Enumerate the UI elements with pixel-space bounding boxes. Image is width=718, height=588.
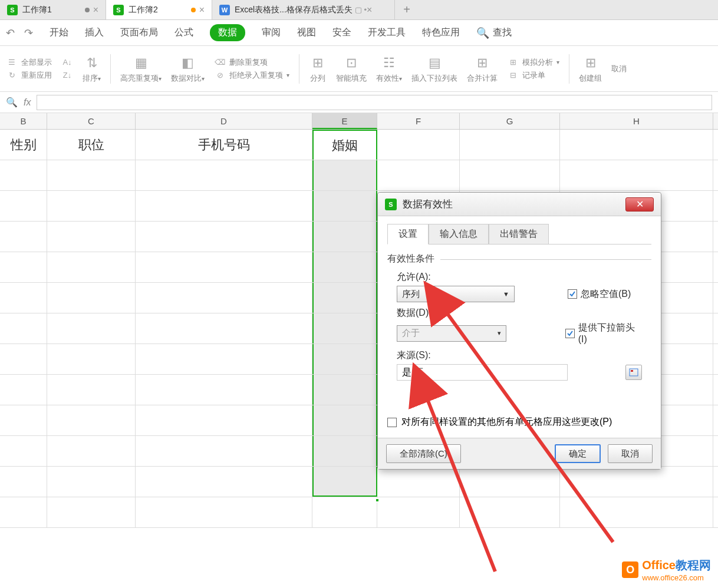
col-header-e[interactable]: E — [312, 113, 377, 129]
menu-security[interactable]: 安全 — [332, 27, 351, 39]
cell[interactable]: 婚姻 — [312, 130, 377, 160]
cell[interactable] — [460, 130, 560, 160]
watermark: O Office教程网 www.office26.com — [622, 557, 711, 582]
cell[interactable] — [377, 130, 460, 160]
data-header-row: 性别 职位 手机号码 婚姻 — [0, 130, 718, 160]
split-label: 分列 — [310, 73, 325, 84]
formula-bar: 🔍 fx — [0, 92, 718, 113]
source-input[interactable]: 是,否 — [397, 364, 568, 381]
selection-handle[interactable] — [375, 498, 380, 503]
menu-dev[interactable]: 开发工具 — [368, 27, 406, 39]
smartfill-icon: ⊡ — [342, 54, 360, 72]
table-row — [0, 497, 718, 528]
compare-label: 数据对比 — [171, 74, 202, 82]
highlight-icon: ▦ — [132, 54, 150, 72]
ribbon-split[interactable]: ⊞ 分列 — [309, 54, 327, 84]
allow-combo[interactable]: 序列 ▼ — [397, 286, 515, 302]
search-group[interactable]: 🔍 查找 — [476, 27, 512, 39]
formula-input[interactable] — [37, 95, 712, 110]
brand-text2: 教程网 — [676, 559, 711, 572]
tab-error-alert[interactable]: 出错警告 — [489, 224, 549, 245]
tab-workbook2[interactable]: S 工作簿2 × — [106, 0, 212, 19]
data-validation-dialog: S 数据有效性 ✕ 设置 输入信息 出错警告 有效性条件 允许(A): 序列 ▼… — [377, 192, 661, 470]
close-icon[interactable]: × — [367, 5, 372, 15]
ribbon-validity[interactable]: ☷ 有效性▾ — [376, 54, 402, 84]
cell[interactable]: 性别 — [0, 130, 47, 160]
fx-icon[interactable]: fx — [24, 97, 31, 108]
table-row — [0, 160, 718, 191]
ribbon-smartfill[interactable]: ⊡ 智能填充 — [336, 54, 367, 84]
ribbon-ungroup[interactable]: 取消 — [611, 64, 627, 74]
quick-access: ↶ ↷ — [6, 27, 33, 39]
validity-icon: ☷ — [380, 54, 398, 72]
col-header-b[interactable]: B — [0, 113, 47, 129]
cancel-button[interactable]: 取消 — [608, 444, 653, 463]
ignore-blank-checkbox[interactable]: 忽略空值(B) — [568, 288, 631, 300]
cell[interactable] — [560, 130, 713, 160]
ok-button[interactable]: 确定 — [555, 444, 601, 463]
chevron-down-icon: ▾ — [498, 329, 501, 337]
apply-all-row[interactable]: 对所有同样设置的其他所有单元格应用这些更改(P) — [387, 416, 651, 428]
col-header-f[interactable]: F — [377, 113, 460, 129]
ribbon-highlight-dup[interactable]: ▦ 高亮重复项▾ — [120, 54, 162, 84]
sort-label: 排序 — [83, 74, 98, 82]
ribbon-group-create[interactable]: ⊞ 创建组 — [579, 54, 602, 84]
col-header-c[interactable]: C — [47, 113, 136, 129]
smartfill-label: 智能填充 — [336, 73, 367, 84]
redo-icon[interactable]: ↷ — [24, 27, 33, 39]
wps-sheet-icon: S — [385, 199, 397, 210]
group-label: 创建组 — [579, 74, 602, 82]
tab-excel-doc[interactable]: W Excel表格技...格保存后格式丢失 ▢ • × — [212, 0, 395, 19]
range-picker-button[interactable] — [625, 365, 642, 380]
menu-special[interactable]: 特色应用 — [422, 27, 460, 39]
dialog-titlebar[interactable]: S 数据有效性 ✕ — [378, 193, 661, 216]
col-header-g[interactable]: G — [460, 113, 560, 129]
cell[interactable]: 职位 — [47, 130, 136, 160]
split-icon: ⊞ — [309, 54, 327, 72]
col-header-d[interactable]: D — [136, 113, 312, 129]
delete-dup-icon: ⌫ — [214, 57, 226, 68]
provide-dropdown-label: 提供下拉箭头(I) — [578, 322, 642, 345]
brand-text: Office — [642, 559, 676, 572]
ribbon-consolidate[interactable]: ⊞ 合并计算 — [467, 54, 498, 84]
menu-insert[interactable]: 插入 — [85, 27, 104, 39]
display-all-label[interactable]: 全部显示 — [21, 57, 52, 68]
menu-view[interactable]: 视图 — [297, 27, 316, 39]
ribbon-insert-dropdown[interactable]: ▤ 插入下拉列表 — [411, 54, 457, 84]
tab-input-message[interactable]: 输入信息 — [429, 224, 489, 245]
menu-formula[interactable]: 公式 — [174, 27, 193, 39]
add-tab-button[interactable]: + — [395, 3, 419, 16]
provide-dropdown-checkbox[interactable]: 提供下拉箭头(I) — [565, 322, 642, 345]
ribbon: ☰全部显示 ↻重新应用 A↓ Z↓ ⇅ 排序▾ ▦ 高亮重复项▾ ◧ 数据对比▾… — [0, 46, 718, 92]
search-icon: 🔍 — [476, 27, 489, 39]
sort-asc-icon[interactable]: A↓ — [61, 57, 73, 68]
tab-workbook1[interactable]: S 工作簿1 × — [0, 0, 106, 19]
close-button[interactable]: ✕ — [625, 197, 654, 212]
sort-desc-icon[interactable]: Z↓ — [61, 70, 73, 81]
validity-label: 有效性 — [376, 74, 399, 82]
ribbon-sort[interactable]: ⇅ 排序▾ — [83, 54, 101, 84]
clear-all-button[interactable]: 全部清除(C) — [386, 444, 461, 463]
menu-start[interactable]: 开始 — [50, 27, 68, 39]
checkbox-icon[interactable] — [387, 418, 397, 427]
zoom-icon[interactable]: 🔍 — [6, 97, 18, 108]
wps-sheet-icon: S — [7, 5, 18, 15]
source-label: 来源(S): — [397, 349, 642, 362]
menu-page[interactable]: 页面布局 — [120, 27, 158, 39]
close-icon[interactable]: × — [199, 5, 205, 15]
col-header-h[interactable]: H — [560, 113, 713, 129]
menu-data[interactable]: 数据 — [210, 24, 245, 41]
tab-settings[interactable]: 设置 — [387, 224, 429, 245]
menu-review[interactable]: 审阅 — [262, 27, 281, 39]
tab-label: Excel表格技...格保存后格式丢失 — [235, 5, 353, 15]
menu-bar: ↶ ↷ 开始 插入 页面布局 公式 数据 审阅 视图 安全 开发工具 特色应用 … — [0, 20, 718, 46]
close-icon[interactable]: × — [93, 5, 98, 15]
ribbon-data-compare[interactable]: ◧ 数据对比▾ — [171, 54, 205, 84]
logo-icon: O — [622, 561, 638, 578]
sim-icon: ⊞ — [507, 57, 519, 68]
reapply-label[interactable]: 重新应用 — [21, 70, 52, 81]
column-headers: B C D E F G H — [0, 113, 718, 130]
dialog-buttons: 全部清除(C) 确定 取消 — [378, 438, 661, 469]
cell[interactable]: 手机号码 — [136, 130, 312, 160]
undo-icon[interactable]: ↶ — [6, 27, 15, 39]
